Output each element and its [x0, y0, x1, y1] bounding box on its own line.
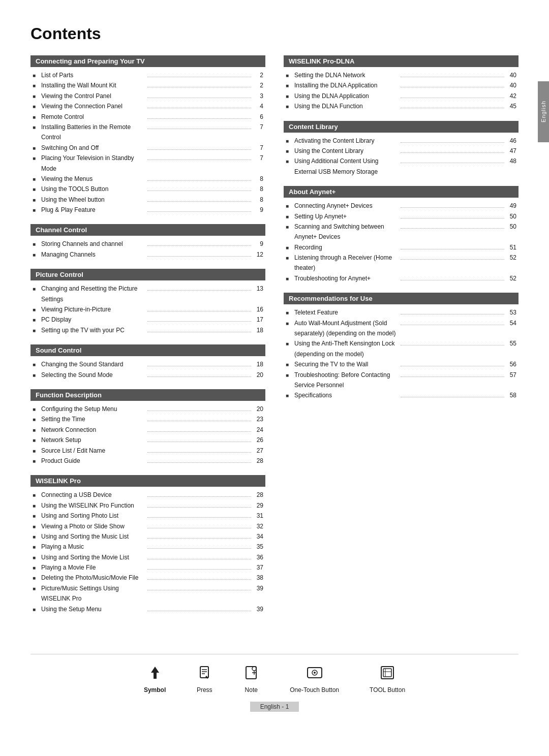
- toc-bullet: ■: [286, 254, 293, 262]
- toc-label: Scanning and Switching between Anynet+ D…: [294, 222, 399, 242]
- toc-dots: [401, 218, 505, 218]
- toc-page: 2: [253, 80, 263, 90]
- toc-bullet: ■: [286, 137, 293, 145]
- toc-item: ■Using the WISELINK Pro Function29: [30, 500, 265, 511]
- toc-bullet: ■: [286, 360, 293, 369]
- svg-rect-13: [383, 669, 391, 677]
- side-tab-label: English: [540, 101, 546, 122]
- toc-item: ■Using and Sorting the Music List34: [30, 531, 265, 542]
- toc-page: 42: [506, 91, 516, 101]
- toc-dots: [147, 538, 252, 539]
- toc-item: ■Troubleshooting for Anynet+52: [284, 273, 518, 284]
- toc-label: Securing the TV to the Wall: [294, 359, 399, 369]
- toc-page: 32: [253, 521, 263, 531]
- section-header-recommendations: Recommendations for Use: [284, 293, 518, 304]
- toc-dots: [147, 256, 252, 257]
- toc-bullet: ■: [33, 175, 40, 183]
- toc-bullet: ■: [33, 71, 40, 80]
- toc-label: Viewing the Connection Panel: [41, 101, 145, 111]
- toc-dots: [147, 98, 252, 98]
- toc-page: 9: [253, 239, 263, 249]
- toc-bullet: ■: [33, 285, 40, 293]
- section-channel: Channel Control■Storing Channels and cha…: [30, 224, 265, 260]
- toc-label: Installing Batteries in the Remote Contr…: [41, 122, 145, 143]
- toc-label: Changing the Sound Standard: [41, 359, 145, 369]
- toc-label: Using and Sorting Photo List: [41, 511, 145, 521]
- toc-label: Picture/Music Settings Using WISELINK Pr…: [41, 583, 145, 604]
- toc-dots: [401, 280, 505, 280]
- svg-rect-1: [200, 667, 208, 678]
- toc-label: List of Parts: [41, 70, 145, 80]
- toc-page: 20: [253, 370, 263, 380]
- side-tab: English: [538, 81, 549, 142]
- toc-item: ■Connecting Anynet+ Devices49: [284, 201, 518, 211]
- toc-label: Using the Anti-Theft Kensington Lock (de…: [294, 338, 399, 359]
- section-connecting: Connecting and Preparing Your TV■List of…: [30, 55, 265, 215]
- toc-bullet: ■: [286, 157, 293, 166]
- toc-page: 39: [253, 583, 263, 593]
- toc-label: Placing Your Television in Standby Mode: [41, 153, 145, 174]
- toc-page: 45: [506, 101, 516, 111]
- toc-page: 50: [506, 211, 516, 222]
- toc-bullet: ■: [33, 185, 40, 194]
- section-header-content_library: Content Library: [284, 121, 518, 133]
- symbol-press-label: Press: [197, 686, 212, 694]
- toc-page: 7: [253, 143, 263, 153]
- section-content_library: Content Library■Activating the Content L…: [284, 121, 518, 177]
- toc-dots: [401, 87, 505, 87]
- toc-label: Using the Setup Menu: [41, 604, 145, 614]
- toc-page: 18: [253, 325, 263, 335]
- pencil-icon: [196, 665, 212, 683]
- toc-label: Using the DLNA Application: [294, 91, 399, 101]
- symbol-note-label: Note: [245, 686, 258, 694]
- toc-bullet: ■: [33, 563, 40, 572]
- toc-label: Setting the DLNA Network: [294, 70, 399, 80]
- toc-bullet: ■: [33, 206, 40, 214]
- toc-label: Switching On and Off: [41, 143, 145, 153]
- toc-label: Viewing Picture-in-Picture: [41, 304, 145, 314]
- footer: Symbol Press: [30, 654, 518, 712]
- toc-bullet: ■: [286, 339, 293, 348]
- toc-label: Deleting the Photo/Music/Movie File: [41, 573, 145, 583]
- toc-label: Viewing the Menus: [41, 174, 145, 184]
- toc-bullet: ■: [33, 415, 40, 424]
- toc-bullet: ■: [33, 81, 40, 90]
- toc-dots: [147, 507, 252, 508]
- toc-label: Recording: [294, 242, 399, 253]
- toc-label: Troubleshooting for Anynet+: [294, 273, 399, 284]
- toc-item: ■Activating the Content Library46: [284, 136, 518, 146]
- toc-label: Selecting the Sound Mode: [41, 370, 145, 380]
- toc-label: Source List / Edit Name: [41, 446, 145, 456]
- toc-label: Network Setup: [41, 435, 145, 445]
- toc-item: ■Setting Up Anynet+50: [284, 211, 518, 222]
- toc-label: Product Guide: [41, 456, 145, 466]
- toc-item: ■Network Connection24: [30, 425, 265, 435]
- toc-item: ■Using the DLNA Function45: [284, 101, 518, 111]
- toc-page: 40: [506, 80, 516, 90]
- toc-page: 4: [253, 101, 263, 111]
- toc-dots: [147, 442, 252, 442]
- toc-bullet: ■: [286, 202, 293, 210]
- toc-label: Teletext Feature: [294, 307, 399, 318]
- toc-item: ■Troubleshooting: Before Contacting Serv…: [284, 370, 518, 391]
- toc-label: Using the Wheel button: [41, 195, 145, 205]
- section-header-connecting: Connecting and Preparing Your TV: [30, 55, 265, 67]
- toc-label: Installing the Wall Mount Kit: [41, 80, 145, 90]
- toc-item: ■Product Guide28: [30, 456, 265, 466]
- toc-dots: [147, 191, 252, 191]
- toc-item: ■Managing Channels12: [30, 249, 265, 260]
- toc-item: ■Using the DLNA Application42: [284, 91, 518, 101]
- toc-bullet: ■: [286, 102, 293, 111]
- toc-bullet: ■: [286, 92, 293, 101]
- toc-label: Troubleshooting: Before Contacting Servi…: [294, 370, 399, 391]
- toc-page: 49: [506, 201, 516, 211]
- toc-dots: [147, 311, 252, 311]
- toc-item: ■Playing a Movie File37: [30, 562, 265, 573]
- toc-bullet: ■: [33, 360, 40, 369]
- toc-dots: [147, 245, 252, 246]
- toc-dots: [147, 201, 252, 202]
- toc-bullet: ■: [33, 92, 40, 101]
- section-function: Function Description■Configuring the Set…: [30, 389, 265, 466]
- toc-page: 55: [506, 338, 516, 349]
- toc-page: 34: [253, 531, 263, 542]
